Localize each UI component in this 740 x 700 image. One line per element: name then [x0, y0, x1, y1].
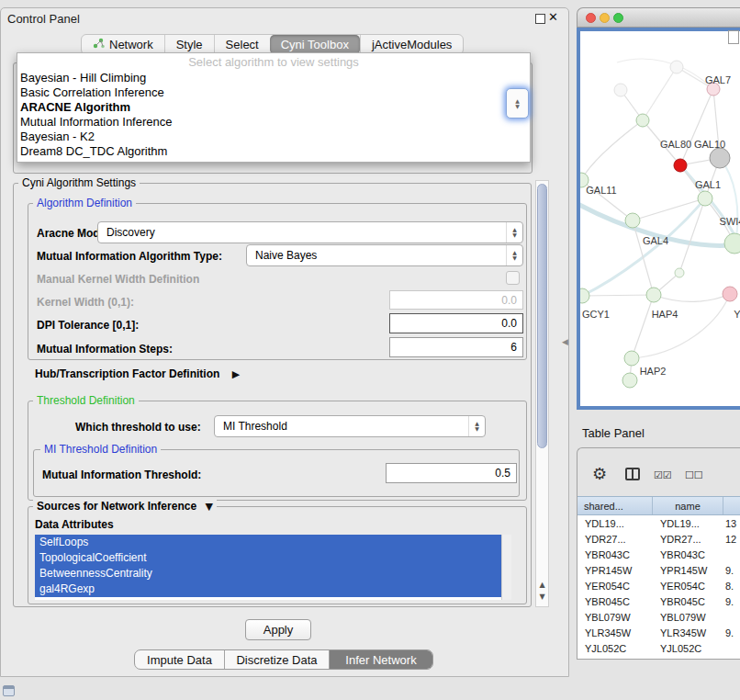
- table-row[interactable]: YDR27...YDR27...12: [577, 531, 740, 547]
- graph-node[interactable]: [674, 159, 687, 172]
- graph-node[interactable]: [710, 148, 730, 168]
- graph-node[interactable]: [625, 213, 640, 228]
- graph-node[interactable]: [646, 288, 661, 302]
- algorithm-option[interactable]: Dream8 DC_TDC Algorithm: [17, 144, 530, 159]
- table-row[interactable]: YBR043CYBR043C: [577, 547, 740, 562]
- network-graph[interactable]: GAL7GAL80GAL10GAL11GAL1SWI4GAL4GCY1HAP4Y…: [580, 31, 740, 406]
- table-cell: 12: [723, 534, 740, 545]
- table-row[interactable]: YBR045CYBR045C9.: [577, 593, 740, 609]
- algorithm-option-selected[interactable]: ARACNE Algorithm: [17, 100, 530, 115]
- graph-node[interactable]: [698, 191, 712, 206]
- manual-kernel-label: Manual Kernel Width Definition: [37, 273, 199, 286]
- table-cell: 8.: [723, 581, 740, 592]
- list-item[interactable]: TopologicalCoefficient: [35, 550, 501, 566]
- graph-node[interactable]: [670, 61, 683, 73]
- table-row[interactable]: YJL052CYJL052C: [577, 640, 740, 656]
- unselect-all-columns-icon[interactable]: ☐☐: [685, 469, 703, 481]
- graph-node[interactable]: [624, 351, 639, 366]
- table-row[interactable]: YPR145WYPR145W9.: [577, 562, 740, 578]
- splitter-collapse-icon[interactable]: ◀: [562, 337, 568, 346]
- window-title: Control Panel: [7, 12, 80, 26]
- list-item[interactable]: gal4RGexp: [35, 581, 501, 597]
- list-item[interactable]: BetweennessCentrality: [35, 566, 501, 581]
- column-header-extra[interactable]: [723, 497, 740, 514]
- collapse-down-icon[interactable]: ▼: [205, 501, 212, 513]
- graph-node[interactable]: [675, 268, 684, 277]
- table-cell: YBR043C: [577, 549, 653, 560]
- scroll-up-icon[interactable]: ▲: [536, 581, 548, 589]
- settings-scrollbar-thumb[interactable]: [537, 184, 547, 448]
- tab-network[interactable]: Network: [82, 35, 164, 54]
- which-threshold-select[interactable]: MI Threshold ▲▼: [214, 415, 486, 437]
- close-icon[interactable]: ✕: [548, 10, 558, 24]
- sources-section-toggle[interactable]: Sources for Network Inference ▼: [33, 500, 217, 513]
- table-row[interactable]: YLR345WYLR345W9.: [577, 625, 740, 640]
- mi-steps-field[interactable]: 6: [389, 337, 523, 357]
- minimize-traffic-light[interactable]: [600, 13, 610, 23]
- table-cell: 13: [723, 518, 740, 529]
- selected-value: Naive Bayes: [255, 249, 317, 262]
- tab-label: Style: [176, 38, 203, 51]
- collapse-right-icon[interactable]: ▶: [232, 368, 240, 380]
- select-all-columns-icon[interactable]: ☑☑: [654, 469, 672, 481]
- collapsed-panel-icon[interactable]: [3, 685, 15, 696]
- graph-node[interactable]: [622, 373, 637, 388]
- dpi-tolerance-label: DPI Tolerance [0,1]:: [37, 319, 139, 332]
- desktop: Control Panel ✕ Network Style Select Cyn…: [0, 0, 740, 700]
- tab-cyni-toolbox[interactable]: Cyni Toolbox: [270, 35, 360, 54]
- algorithm-option[interactable]: Bayesian - Hill Climbing: [17, 71, 530, 85]
- float-window-icon[interactable]: [535, 14, 545, 24]
- tab-impute-data[interactable]: Impute Data: [135, 650, 224, 669]
- graph-node[interactable]: [636, 114, 649, 127]
- tab-discretize-data[interactable]: Discretize Data: [224, 650, 329, 669]
- combo-arrows-icon: ▲▼: [468, 416, 485, 436]
- zoom-traffic-light[interactable]: [613, 13, 623, 23]
- field-value: 0.0: [501, 317, 517, 330]
- table-cell: YLR345W: [577, 627, 653, 638]
- dpi-tolerance-field[interactable]: 0.0: [389, 313, 523, 333]
- tab-select[interactable]: Select: [214, 35, 270, 54]
- apply-button[interactable]: Apply: [245, 619, 311, 640]
- table-row[interactable]: YBL079WYBL079W: [577, 609, 740, 625]
- gear-icon[interactable]: ⚙: [592, 464, 607, 483]
- which-threshold-label: Which threshold to use:: [75, 421, 201, 434]
- tab-infer-network[interactable]: Infer Network: [329, 650, 432, 669]
- column-header-shared-name[interactable]: shared...: [577, 497, 653, 514]
- algorithm-option[interactable]: Basic Correlation Inference: [17, 85, 530, 100]
- group-title: Algorithm Definition: [33, 197, 136, 209]
- network-icon: [93, 38, 105, 51]
- node-label: SWI4: [720, 216, 740, 227]
- close-traffic-light[interactable]: [586, 13, 596, 23]
- mi-threshold-field[interactable]: 0.5: [386, 463, 517, 483]
- graph-node[interactable]: [724, 233, 740, 254]
- columns-icon[interactable]: [625, 468, 640, 480]
- table-row[interactable]: YER054CYER054C8.: [577, 578, 740, 593]
- graph-node[interactable]: [614, 84, 627, 96]
- hub-section-toggle[interactable]: Hub/Transcription Factor Definition ▶: [35, 367, 240, 381]
- aracne-mode-select[interactable]: Discovery ▲▼: [97, 221, 523, 243]
- tab-style[interactable]: Style: [164, 35, 214, 54]
- attributes-scrollbar[interactable]: [501, 535, 511, 600]
- table-row[interactable]: YDL19...YDL19...13: [577, 515, 740, 531]
- mi-type-select[interactable]: Naive Bayes ▲▼: [246, 244, 523, 266]
- algorithm-combo-button[interactable]: ▲ ▼: [506, 88, 529, 119]
- graph-node[interactable]: [580, 288, 589, 303]
- field-value: 0.5: [495, 467, 510, 480]
- kernel-width-field[interactable]: 0.0: [389, 290, 523, 310]
- graph-node[interactable]: [723, 287, 737, 301]
- table-header: shared... name: [577, 496, 740, 515]
- group-title: MI Threshold Definition: [40, 443, 161, 456]
- algorithm-option[interactable]: Bayesian - K2: [17, 130, 530, 144]
- combo-arrows-icon: ▲▼: [506, 222, 522, 243]
- algorithm-option[interactable]: Mutual Information Inference: [17, 115, 530, 130]
- combo-arrow-down-icon: ▼: [515, 104, 520, 109]
- manual-kernel-checkbox[interactable]: [506, 271, 520, 285]
- table-body: YDL19...YDL19...13YDR27...YDR27...12YBR0…: [577, 515, 740, 659]
- graph-edge: [679, 198, 705, 273]
- scroll-down-icon[interactable]: ▼: [536, 593, 548, 601]
- list-item[interactable]: SelfLoops: [35, 535, 501, 550]
- graph-edge: [643, 67, 677, 120]
- node-label: GAL11: [586, 185, 616, 196]
- tab-jactivemodules[interactable]: jActiveModules: [360, 35, 463, 54]
- column-header-name[interactable]: name: [653, 497, 723, 514]
